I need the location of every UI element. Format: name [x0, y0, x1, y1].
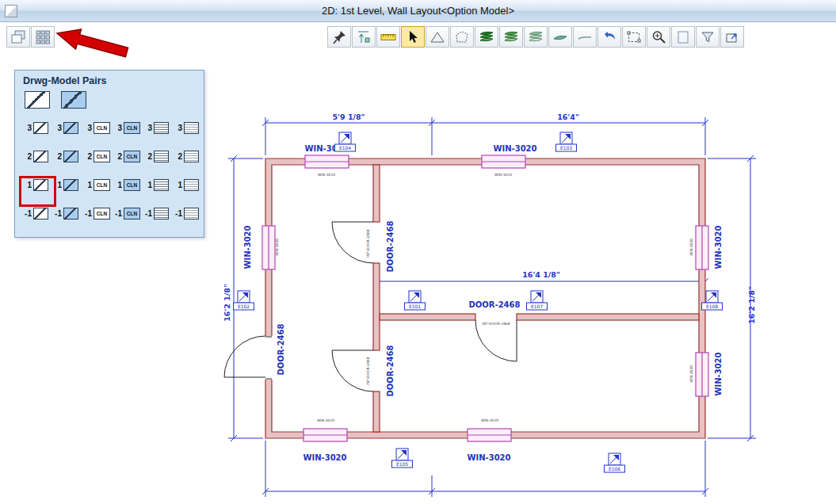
pair-cell[interactable]: 2CLN	[113, 151, 141, 162]
grid-view-icon	[33, 29, 52, 46]
layers-list-icon	[154, 151, 169, 162]
pair-cell[interactable]: 3	[53, 122, 81, 134]
layer-thin-icon	[577, 29, 593, 45]
title-bar: 2D: 1st Level, Wall Layout<Option Model>	[0, 0, 836, 22]
drawing-icon	[33, 122, 48, 134]
tiny-annotations: WIN-3020 WIN-3020 WIN-3020 WIN-3020 WIN-…	[275, 173, 693, 422]
fence-button[interactable]	[450, 26, 474, 48]
pair-cell[interactable]: 1	[143, 179, 171, 191]
layers-light-icon	[528, 29, 544, 45]
pair-cell[interactable]: -1	[143, 208, 171, 220]
grid-view-button[interactable]	[31, 26, 55, 48]
svg-text:WIN-3020: WIN-3020	[689, 239, 693, 256]
pair-cell[interactable]: 3CLN	[113, 122, 141, 134]
pair-cell[interactable]: 3CLN	[83, 122, 111, 134]
layers-list-icon	[154, 208, 169, 220]
palette-title: Drwg-Model Pairs	[23, 75, 107, 86]
svg-text:WIN-3020: WIN-3020	[481, 418, 498, 422]
symbol-e107: E107	[527, 291, 548, 310]
pair-cell[interactable]: 1CLN	[113, 179, 141, 191]
cln-icon: CLN	[94, 179, 110, 191]
symbol-e104: E104	[335, 132, 356, 151]
pair-row-3: 3 3 3CLN 3CLN 3 3	[23, 116, 201, 139]
model-header-icon[interactable]	[61, 91, 86, 109]
dim-top-left: 5'9 1/8"	[332, 113, 365, 121]
cln-blue-icon: CLN	[124, 151, 140, 162]
undo-button[interactable]	[597, 26, 621, 48]
cln-blue-icon: CLN	[124, 208, 140, 220]
pair-cell[interactable]: 2	[23, 151, 51, 162]
layers-medium-icon	[503, 29, 519, 45]
door-label: DOOR-2468	[277, 323, 285, 375]
pair-row-2: 2 2 2CLN 2CLN 2 2	[23, 145, 201, 167]
pair-cell[interactable]: -1CLN	[83, 208, 111, 220]
drwg-model-pairs-palette[interactable]: Drwg-Model Pairs 3 3 3CLN 3CLN 3 3 2 2 2…	[14, 70, 204, 238]
pair-cell[interactable]: 2CLN	[83, 151, 111, 162]
svg-text:INT-DOOR-2468: INT-DOOR-2468	[366, 229, 370, 257]
page-button[interactable]	[671, 26, 695, 48]
pair-cell[interactable]: -1	[53, 208, 81, 220]
cln-blue-icon: CLN	[124, 122, 140, 134]
pair-cell[interactable]: -1	[174, 208, 201, 220]
drawing-header-icon[interactable]	[25, 91, 50, 109]
svg-text:INT-DOOR-2468: INT-DOOR-2468	[366, 357, 370, 384]
win-label: WIN-3020	[493, 144, 536, 153]
window-title: 2D: 1st Level, Wall Layout<Option Model>	[322, 5, 514, 17]
svg-text:WIN-3020: WIN-3020	[275, 239, 279, 256]
layer-single-button[interactable]	[548, 26, 572, 48]
triangle-button[interactable]	[426, 26, 449, 48]
layers-dense-icon	[479, 29, 494, 45]
layers-dense-button[interactable]	[475, 26, 498, 48]
select-button[interactable]	[401, 26, 425, 48]
zoom-in-icon	[651, 29, 666, 45]
cascade-pairs-icon	[9, 29, 28, 46]
measure-button[interactable]	[376, 26, 400, 48]
door-opening	[265, 336, 273, 380]
drawing-icon	[33, 208, 48, 220]
svg-text:E106: E106	[609, 466, 620, 472]
cln-icon: CLN	[94, 208, 110, 220]
pair-cell[interactable]: 2	[143, 151, 171, 162]
svg-text:E104: E104	[339, 145, 351, 151]
zoom-in-button[interactable]	[647, 26, 670, 48]
pair-cell[interactable]: -1	[23, 208, 51, 220]
layers-medium-button[interactable]	[499, 26, 523, 48]
svg-text:WIN-3020: WIN-3020	[318, 173, 335, 177]
cascade-pairs-button[interactable]	[6, 26, 30, 48]
symbol-e102: E102	[234, 291, 254, 310]
layers-light-button[interactable]	[524, 26, 548, 48]
pin-button[interactable]	[327, 26, 351, 48]
send-to-view-button[interactable]	[720, 26, 744, 48]
ruler-icon	[380, 29, 396, 45]
pair-cell[interactable]: 2	[53, 151, 81, 162]
pin-icon	[331, 29, 347, 45]
pair-cell[interactable]: 1CLN	[83, 179, 111, 191]
vertical-reference-button[interactable]	[352, 26, 376, 48]
symbol-e103: E103	[556, 132, 577, 151]
win-label: WIN-3020	[243, 225, 252, 269]
pair-cell[interactable]: 1	[53, 179, 81, 191]
cln-icon: CLN	[94, 122, 110, 134]
pair-cell[interactable]: 3	[174, 122, 201, 134]
layers-list-light-icon	[184, 151, 199, 162]
win-label: WIN-3020	[714, 225, 723, 269]
walls	[265, 158, 705, 438]
selection-highlight-box	[19, 176, 56, 207]
symbol-e101: E101	[405, 291, 426, 310]
door-label: DOOR-2468	[469, 300, 521, 309]
layer-thin-button[interactable]	[573, 26, 597, 48]
selection-handles-button[interactable]	[622, 26, 646, 48]
model-icon	[63, 122, 78, 134]
filter-button[interactable]	[696, 26, 720, 48]
pair-cell[interactable]: 3	[143, 122, 171, 134]
layers-list-light-icon	[184, 179, 199, 191]
svg-text:WIN-3020: WIN-3020	[494, 173, 512, 177]
pair-cell[interactable]: 1	[174, 179, 201, 191]
svg-text:WIN-3020: WIN-3020	[689, 365, 693, 383]
vertical-reference-icon	[356, 29, 372, 45]
pair-cell[interactable]: 2	[174, 151, 201, 162]
pair-cell[interactable]: 3	[23, 122, 51, 134]
layers-list-light-icon	[184, 122, 199, 134]
pair-cell[interactable]: -1CLN	[113, 208, 141, 220]
svg-text:E107: E107	[531, 304, 543, 309]
